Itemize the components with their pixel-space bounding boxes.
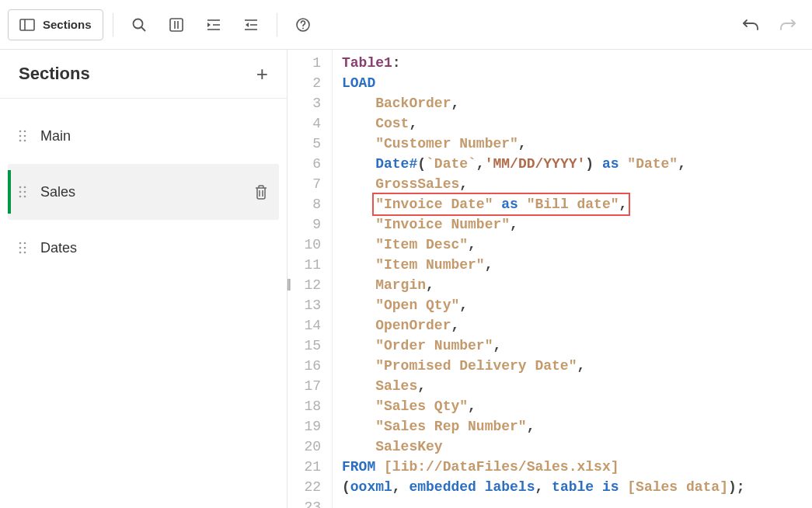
code-line[interactable]: "Invoice Date" as "Bill date", — [342, 194, 745, 214]
code-line[interactable]: SalesKey — [342, 437, 745, 457]
code-line[interactable]: "Item Number", — [342, 255, 745, 275]
code-line[interactable]: Table1: — [342, 53, 745, 73]
line-number: 11 — [288, 255, 321, 275]
line-number: 6 — [288, 154, 321, 174]
svg-rect-0 — [20, 19, 34, 30]
svg-point-25 — [19, 196, 22, 198]
line-number: 3 — [288, 93, 321, 113]
svg-point-24 — [24, 191, 26, 193]
line-number: 10 — [288, 235, 321, 255]
svg-point-34 — [24, 252, 26, 254]
section-item-label: Dates — [40, 240, 77, 256]
svg-point-18 — [24, 135, 26, 137]
svg-line-3 — [141, 27, 145, 31]
svg-point-22 — [24, 186, 26, 189]
svg-point-19 — [19, 140, 22, 142]
sections-sidebar: Sections + MainSalesDates || — [0, 50, 288, 508]
outdent-button[interactable] — [235, 9, 267, 41]
code-line[interactable]: BackOrder, — [342, 93, 745, 113]
line-number: 12 — [288, 275, 321, 295]
line-number: 13 — [288, 295, 321, 315]
line-number: 18 — [288, 396, 321, 416]
add-section-button[interactable]: + — [256, 64, 268, 84]
line-number: 5 — [288, 134, 321, 154]
code-line[interactable]: "Promised Delivery Date", — [342, 356, 745, 376]
section-item[interactable]: Dates — [0, 220, 287, 276]
drag-handle-icon[interactable] — [19, 185, 26, 199]
code-line[interactable]: Cost, — [342, 113, 745, 134]
code-line[interactable]: "Order Number", — [342, 336, 745, 356]
code-line[interactable]: FROM [lib://DataFiles/Sales.xlsx] — [342, 457, 745, 477]
line-number: 1 — [288, 53, 321, 73]
line-number: 14 — [288, 315, 321, 336]
line-number: 22 — [288, 477, 321, 497]
section-item[interactable]: Sales — [8, 164, 279, 220]
section-list: MainSalesDates — [0, 99, 287, 285]
svg-point-23 — [19, 191, 22, 193]
line-number: 16 — [288, 356, 321, 376]
sidebar-title: Sections — [19, 64, 90, 84]
line-number: 19 — [288, 416, 321, 437]
svg-point-16 — [24, 130, 26, 133]
svg-rect-4 — [170, 19, 183, 31]
code-line[interactable]: GrossSales, — [342, 174, 745, 194]
svg-point-15 — [19, 130, 22, 133]
code-line[interactable]: Date#(`Date`,'MM/DD/YYYY') as "Date", — [342, 154, 745, 174]
code-line[interactable]: "Item Desc", — [342, 235, 745, 255]
svg-point-20 — [24, 140, 26, 142]
line-number: 21 — [288, 457, 321, 477]
line-number: 17 — [288, 376, 321, 396]
svg-point-26 — [24, 196, 26, 198]
line-number: 23 — [288, 497, 321, 508]
comment-button[interactable] — [160, 9, 193, 41]
sidebar-header: Sections + — [0, 50, 287, 99]
drag-handle-icon[interactable] — [19, 241, 26, 255]
line-number: 7 — [288, 174, 321, 194]
code-area[interactable]: Table1:LOAD BackOrder, Cost, "Customer N… — [333, 50, 745, 508]
delete-section-button[interactable] — [254, 184, 268, 200]
line-number: 9 — [288, 214, 321, 235]
svg-point-14 — [302, 27, 304, 29]
code-editor[interactable]: 1234567891011121314151617181920212223 Ta… — [288, 50, 812, 508]
toolbar: Sections — [0, 0, 812, 50]
toolbar-divider — [113, 13, 113, 37]
section-item[interactable]: Main — [0, 108, 287, 164]
sections-toggle-label: Sections — [43, 18, 92, 31]
line-number: 4 — [288, 113, 321, 134]
code-line[interactable]: "Open Qty", — [342, 295, 745, 315]
panel-icon — [19, 19, 35, 31]
gutter: 1234567891011121314151617181920212223 — [288, 50, 333, 508]
code-line[interactable] — [342, 497, 745, 508]
sections-toggle-button[interactable]: Sections — [8, 9, 103, 40]
line-number: 8 — [288, 194, 321, 214]
undo-button[interactable] — [734, 9, 767, 41]
svg-point-29 — [19, 242, 22, 245]
code-line[interactable]: "Sales Rep Number", — [342, 416, 745, 437]
code-line[interactable]: LOAD — [342, 73, 745, 93]
redo-button[interactable] — [772, 9, 804, 41]
highlight-box: "Invoice Date" as "Bill date", — [372, 193, 630, 216]
code-line[interactable]: Margin, — [342, 275, 745, 295]
main: Sections + MainSalesDates || 12345678910… — [0, 50, 812, 508]
code-line[interactable]: "Sales Qty", — [342, 396, 745, 416]
line-number: 15 — [288, 336, 321, 356]
svg-point-31 — [19, 247, 22, 249]
section-item-label: Main — [40, 128, 71, 144]
svg-point-33 — [19, 252, 22, 254]
line-number: 20 — [288, 437, 321, 457]
line-number: 2 — [288, 73, 321, 93]
svg-point-32 — [24, 247, 26, 249]
code-line[interactable]: (ooxml, embedded labels, table is [Sales… — [342, 477, 745, 497]
svg-point-17 — [19, 135, 22, 137]
search-button[interactable] — [123, 9, 155, 41]
help-button[interactable] — [287, 9, 319, 41]
code-line[interactable]: OpenOrder, — [342, 315, 745, 336]
svg-point-2 — [133, 19, 142, 28]
splitter-handle[interactable]: || — [287, 277, 290, 291]
indent-button[interactable] — [197, 9, 230, 41]
code-line[interactable]: Sales, — [342, 376, 745, 396]
code-line[interactable]: "Invoice Number", — [342, 214, 745, 235]
code-line[interactable]: "Customer Number", — [342, 134, 745, 154]
svg-point-30 — [24, 242, 26, 245]
drag-handle-icon[interactable] — [19, 129, 26, 143]
